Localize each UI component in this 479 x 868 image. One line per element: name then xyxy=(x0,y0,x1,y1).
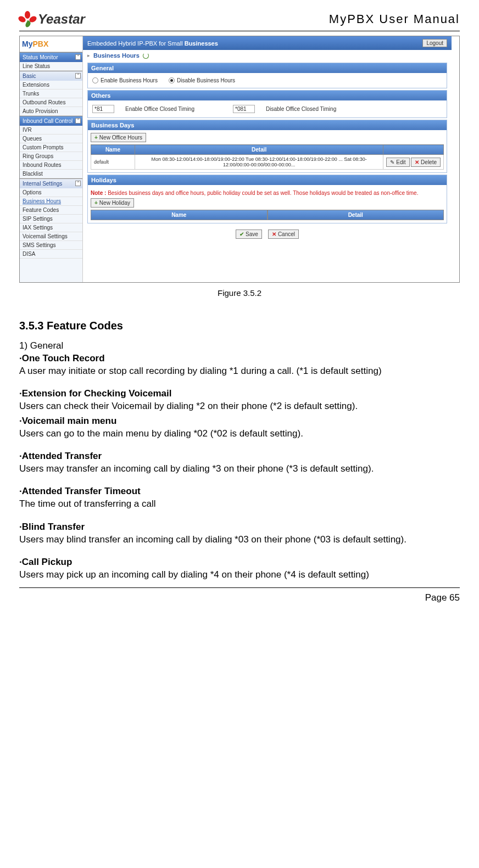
para-one-touch-record: A user may initiate or stop call recordi… xyxy=(19,364,460,378)
subsection-general: 1) General xyxy=(19,340,460,351)
figure-screenshot: ▴ ▾ MyPBX Status Monitor ⌃ Line Status B… xyxy=(19,36,460,283)
panel-title: General xyxy=(88,63,447,73)
logout-button[interactable]: Logout xyxy=(422,39,447,47)
label-disable-closed: Disable Office Closed Timing xyxy=(266,106,336,112)
sidebar-item-sms-settings[interactable]: SMS Settings xyxy=(20,241,82,250)
breadcrumb: ▸ Business Hours xyxy=(83,50,452,61)
sidebar-item-sip-settings[interactable]: SIP Settings xyxy=(20,215,82,223)
radio-icon xyxy=(92,77,98,83)
para-voicemail-menu: Users can go to the main menu by dialing… xyxy=(19,427,460,441)
cancel-button[interactable]: ✕ Cancel xyxy=(268,229,299,239)
collapse-icon[interactable]: ⌃ xyxy=(75,118,81,124)
doc-title: MyPBX User Manual xyxy=(329,12,460,26)
check-icon: ✔ xyxy=(239,231,244,237)
page-header: Yeastar MyPBX User Manual xyxy=(19,11,460,31)
sidebar-item-line-status[interactable]: Line Status xyxy=(20,62,82,71)
radio-enable-hours[interactable]: Enable Business Hours xyxy=(92,77,158,83)
sidebar-item-queues[interactable]: Queues xyxy=(20,135,82,143)
holidays-table-head: Name Detail xyxy=(91,210,444,220)
term-call-pickup: ·Call Pickup xyxy=(19,557,460,568)
para-blind-transfer: Users may blind transfer an incoming cal… xyxy=(19,533,460,547)
sidebar-item-outbound-routes[interactable]: Outbound Routes xyxy=(20,98,82,107)
term-attended-timeout: ·Attended Transfer Timeout xyxy=(19,486,460,497)
para-attended-timeout: The time out of transferring a call xyxy=(19,497,460,511)
sidebar-group-internal[interactable]: Internal Settings ⌃ xyxy=(20,178,82,188)
th-name: Name xyxy=(91,210,268,220)
sidebar-item-auto-provision[interactable]: Auto Provision xyxy=(20,107,82,116)
sidebar-item-extensions[interactable]: Extensions xyxy=(20,81,82,89)
panel-title: Holidays xyxy=(88,175,447,185)
figure-caption: Figure 3.5.2 xyxy=(19,288,460,298)
sidebar-item-ring-groups[interactable]: Ring Groups xyxy=(20,152,82,161)
refresh-icon[interactable] xyxy=(143,53,149,59)
sidebar-item-business-hours[interactable]: Business Hours xyxy=(20,197,82,206)
sidebar-group-status[interactable]: Status Monitor ⌃ xyxy=(20,52,82,62)
term-one-touch-record: ·One Touch Record xyxy=(19,353,460,364)
term-check-voicemail: ·Extension for Checking Voicemail xyxy=(19,388,460,399)
table-row: default Mon 08:30-12:00/14:00-18:00/19:0… xyxy=(91,155,444,170)
sidebar-item-custom-prompts[interactable]: Custom Prompts xyxy=(20,143,82,152)
sidebar-item-disa[interactable]: DISA xyxy=(20,250,82,259)
panel-title: Others xyxy=(88,91,447,100)
section-title: 3.5.3 Feature Codes xyxy=(19,320,460,332)
sidebar-group-basic[interactable]: Basic ⌃ xyxy=(20,71,82,81)
code-disable-input[interactable]: *081 xyxy=(233,105,255,113)
pencil-icon: ✎ xyxy=(390,159,394,165)
panel-others: Others *81 Enable Office Closed Timing *… xyxy=(87,90,447,118)
new-holiday-button[interactable]: + New Holiday xyxy=(91,198,134,208)
para-call-pickup: Users may pick up an incoming call by di… xyxy=(19,568,460,582)
term-voicemail-menu: ·Voicemail main menu xyxy=(19,416,460,427)
collapse-icon[interactable]: ⌃ xyxy=(75,54,81,60)
brand-logo: Yeastar xyxy=(19,11,85,27)
holiday-note: Note : Besides business days and office … xyxy=(91,188,444,198)
brand-text: Yeastar xyxy=(38,12,85,27)
product-logo: MyPBX xyxy=(20,36,82,52)
sidebar-item-blacklist[interactable]: Blacklist xyxy=(20,170,82,178)
sidebar: MyPBX Status Monitor ⌃ Line Status Basic… xyxy=(20,36,83,282)
panel-holidays: Holidays Note : Besides business days an… xyxy=(87,175,447,223)
page-number: Page 65 xyxy=(425,592,460,603)
panel-title: Business Days xyxy=(88,120,447,130)
sidebar-item-options[interactable]: Options xyxy=(20,188,82,197)
sidebar-item-ivr[interactable]: IVR xyxy=(20,126,82,135)
new-office-hours-button[interactable]: + New Office Hours xyxy=(91,133,146,142)
plus-icon: + xyxy=(94,200,98,206)
save-button[interactable]: ✔ Save xyxy=(236,229,262,239)
chevron-right-icon: ▸ xyxy=(87,53,90,58)
term-attended-transfer: ·Attended Transfer xyxy=(19,451,460,462)
x-icon: ✕ xyxy=(415,159,419,165)
sidebar-group-inbound[interactable]: Inbound Call Control ⌃ xyxy=(20,116,82,126)
cell-detail: Mon 08:30-12:00/14:00-18:00/19:00-22:00 … xyxy=(135,155,383,170)
sidebar-item-trunks[interactable]: Trunks xyxy=(20,89,82,98)
plus-icon: + xyxy=(94,135,98,141)
sidebar-item-voicemail-settings[interactable]: Voicemail Settings xyxy=(20,232,82,241)
collapse-icon[interactable]: ⌃ xyxy=(75,73,81,79)
x-icon: ✕ xyxy=(272,231,276,237)
panel-business-days: Business Days + New Office Hours Name De… xyxy=(87,120,447,173)
sidebar-item-iax-settings[interactable]: IAX Settings xyxy=(20,223,82,232)
page-footer: Page 65 xyxy=(19,587,460,603)
term-blind-transfer: ·Blind Transfer xyxy=(19,522,460,533)
para-check-voicemail: Users can check their Voicemail by diali… xyxy=(19,399,460,413)
radio-icon xyxy=(169,77,175,83)
panel-general: General Enable Business Hours Disable Bu… xyxy=(87,63,447,88)
main-content: Embedded Hybrid IP-PBX for Small Busines… xyxy=(83,36,459,282)
sidebar-item-inbound-routes[interactable]: Inbound Routes xyxy=(20,161,82,170)
sidebar-item-feature-codes[interactable]: Feature Codes xyxy=(20,206,82,215)
action-buttons: ✔ Save ✕ Cancel xyxy=(83,225,452,243)
cell-name: default xyxy=(91,155,135,170)
para-attended-transfer: Users may transfer an incoming call by d… xyxy=(19,462,460,476)
th-name: Name xyxy=(91,145,135,155)
business-days-table: Name Detail default Mon 08:30-12:00/14:0… xyxy=(91,144,444,170)
label-enable-closed: Enable Office Closed Timing xyxy=(125,106,194,112)
flower-icon xyxy=(19,11,36,27)
edit-button[interactable]: ✎ Edit xyxy=(386,158,409,167)
code-enable-input[interactable]: *81 xyxy=(92,105,114,113)
collapse-icon[interactable]: ⌃ xyxy=(75,181,81,186)
radio-disable-hours[interactable]: Disable Business Hours xyxy=(169,77,235,83)
delete-button[interactable]: ✕ Delete xyxy=(411,158,441,167)
th-detail: Detail xyxy=(268,210,444,220)
th-detail: Detail xyxy=(135,145,383,155)
topbar: Embedded Hybrid IP-PBX for Small Busines… xyxy=(83,36,452,50)
